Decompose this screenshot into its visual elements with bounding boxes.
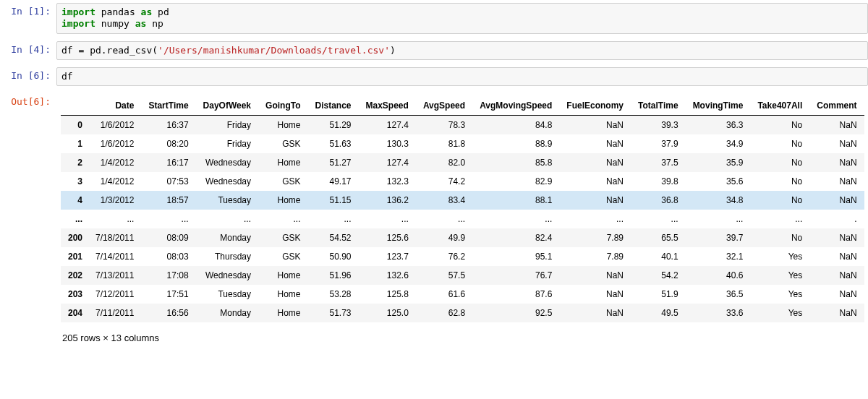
table-cell: ... — [258, 210, 307, 228]
table-cell: 34.9 — [686, 134, 751, 153]
table-cell: NaN — [809, 172, 864, 191]
table-cell: Home — [258, 191, 307, 210]
index-header — [61, 96, 88, 116]
code-cell: In [1]: import pandas as pd import numpy… — [0, 3, 868, 34]
table-cell: Home — [258, 266, 307, 285]
table-cell: NaN — [809, 228, 864, 247]
row-index: 2 — [61, 153, 88, 172]
table-cell: 1/4/2012 — [88, 153, 141, 172]
table-cell: 127.4 — [359, 116, 416, 135]
column-header: MaxSpeed — [359, 96, 416, 116]
row-index: 203 — [61, 285, 88, 304]
table-cell: 16:37 — [141, 116, 195, 135]
table-row: 31/4/201207:53WednesdayGSK49.17132.374.2… — [61, 172, 864, 191]
table-cell: Home — [258, 116, 307, 135]
row-index: 1 — [61, 134, 88, 153]
table-cell: NaN — [559, 285, 631, 304]
table-cell: ... — [416, 210, 472, 228]
table-cell: No — [750, 116, 809, 135]
table-cell: 36.5 — [686, 285, 751, 304]
table-cell: Friday — [196, 116, 258, 135]
table-cell: 53.28 — [307, 285, 358, 304]
table-cell: NaN — [559, 134, 631, 153]
table-cell: 50.90 — [307, 247, 358, 266]
table-cell: NaN — [559, 191, 631, 210]
table-cell: 7/14/2011 — [88, 247, 141, 266]
table-cell: 08:09 — [141, 228, 195, 247]
table-cell: 08:20 — [141, 134, 195, 153]
table-cell: 40.1 — [631, 247, 686, 266]
table-cell: 85.8 — [472, 153, 559, 172]
table-cell: 7/18/2011 — [88, 228, 141, 247]
table-row: 2037/12/201117:51TuesdayHome53.28125.861… — [61, 285, 864, 304]
table-row: 01/6/201216:37FridayHome51.29127.478.384… — [61, 116, 864, 135]
table-cell: ... — [750, 210, 809, 228]
table-cell: 84.8 — [472, 116, 559, 135]
code-cell: In [6]: df — [0, 67, 868, 86]
table-cell: 82.0 — [416, 153, 472, 172]
table-cell: 37.5 — [631, 153, 686, 172]
table-cell: 78.3 — [416, 116, 472, 135]
column-header: Date — [88, 96, 141, 116]
table-cell: NaN — [809, 266, 864, 285]
code-input[interactable]: df = pd.read_csv('/Users/manishkumar/Dow… — [56, 41, 868, 60]
table-cell: 18:57 — [141, 191, 195, 210]
column-header: StartTime — [141, 96, 195, 116]
column-header: Take407All — [750, 96, 809, 116]
table-cell: NaN — [809, 304, 864, 322]
table-row: 2047/11/201116:56MondayHome51.73125.062.… — [61, 304, 864, 322]
table-cell: Wednesday — [196, 153, 258, 172]
table-cell: 40.6 — [686, 266, 751, 285]
table-cell: 17:51 — [141, 285, 195, 304]
input-prompt: In [4]: — [0, 41, 56, 55]
row-index: 202 — [61, 266, 88, 285]
table-cell: 39.7 — [686, 228, 751, 247]
input-prompt: In [1]: — [0, 3, 56, 17]
table-cell: NaN — [809, 134, 864, 153]
column-header: DayOfWeek — [196, 96, 258, 116]
table-cell: GSK — [258, 228, 307, 247]
table-cell: No — [750, 153, 809, 172]
table-cell: 92.5 — [472, 304, 559, 322]
table-cell: 7/11/2011 — [88, 304, 141, 322]
table-cell: 33.6 — [686, 304, 751, 322]
column-header: Comment — [809, 96, 864, 116]
table-cell: Wednesday — [196, 266, 258, 285]
table-cell: 7.89 — [559, 228, 631, 247]
table-cell: 49.17 — [307, 172, 358, 191]
table-cell: No — [750, 191, 809, 210]
table-cell: . — [809, 210, 864, 228]
table-cell: 74.2 — [416, 172, 472, 191]
column-header: MovingTime — [686, 96, 751, 116]
table-cell: 136.2 — [359, 191, 416, 210]
table-cell: 83.4 — [416, 191, 472, 210]
table-cell: 65.5 — [631, 228, 686, 247]
table-cell: NaN — [809, 191, 864, 210]
table-cell: NaN — [559, 266, 631, 285]
table-cell: No — [750, 228, 809, 247]
table-cell: 54.52 — [307, 228, 358, 247]
table-cell: ... — [559, 210, 631, 228]
code-input[interactable]: import pandas as pd import numpy as np — [56, 3, 868, 34]
table-cell: 51.29 — [307, 116, 358, 135]
dataframe-table: DateStartTimeDayOfWeekGoingToDistanceMax… — [61, 96, 864, 322]
table-row: 2017/14/201108:03ThursdayGSK50.90123.776… — [61, 247, 864, 266]
code-input[interactable]: df — [56, 67, 868, 86]
table-cell: ... — [307, 210, 358, 228]
table-cell: 88.1 — [472, 191, 559, 210]
table-cell: NaN — [809, 116, 864, 135]
table-cell: 51.15 — [307, 191, 358, 210]
table-cell: 123.7 — [359, 247, 416, 266]
table-cell: Tuesday — [196, 191, 258, 210]
table-cell: 7/13/2011 — [88, 266, 141, 285]
table-cell: Home — [258, 153, 307, 172]
table-cell: Yes — [750, 247, 809, 266]
dataframe-shape: 205 rows × 13 columns — [62, 332, 868, 343]
table-cell: 34.8 — [686, 191, 751, 210]
table-cell: 61.6 — [416, 285, 472, 304]
table-cell: 49.5 — [631, 304, 686, 322]
table-cell: NaN — [559, 172, 631, 191]
table-row: 11/6/201208:20FridayGSK51.63130.381.888.… — [61, 134, 864, 153]
table-cell: 88.9 — [472, 134, 559, 153]
table-cell: 39.8 — [631, 172, 686, 191]
